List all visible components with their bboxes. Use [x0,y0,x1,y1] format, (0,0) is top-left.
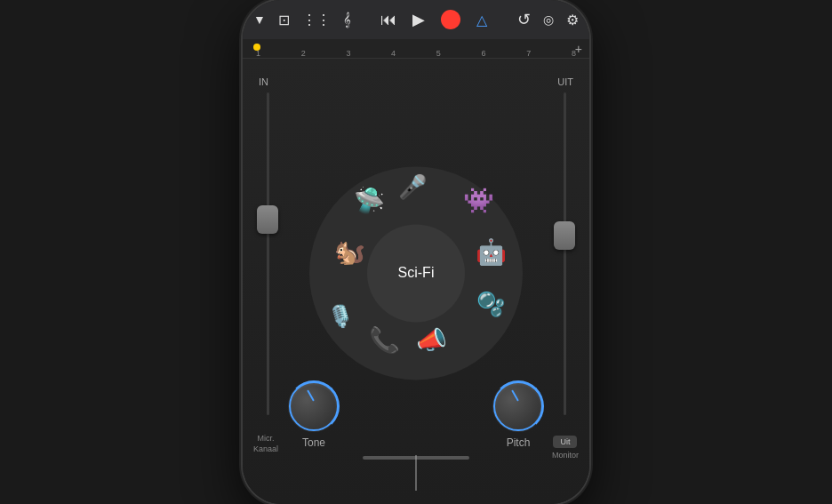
ruler: 1 2 3 4 5 6 7 8 [243,39,589,58]
kanaal-label: Kanaal [253,444,278,455]
screen: ▼ ⊡ ⋮⋮ 𝄞 ⏮ ▶ △ ↺ ◎ ⚙ 1 2 [243,0,589,504]
wheel-center[interactable]: Sci-Fi [367,224,465,322]
voice-effect-monster[interactable]: 👾 [463,186,494,215]
toolbar-center: ⏮ ▶ △ [380,10,487,29]
slider-track-left [267,92,269,415]
slider-thumb-left[interactable] [257,205,278,234]
rewind-icon[interactable]: ⏮ [380,11,396,29]
tone-knob[interactable] [289,381,339,431]
voice-effect-robot[interactable]: 🤖 [476,237,507,267]
uit-label: UIT [557,76,573,87]
tone-label: Tone [302,436,325,449]
voice-effect-megaphone[interactable]: 📣 [416,325,447,355]
dropdown-icon[interactable]: ▼ [253,12,266,27]
tone-knob-arc [288,380,340,432]
pitch-knob-arc [492,380,544,432]
toolbar-left: ▼ ⊡ ⋮⋮ 𝄞 [253,12,351,28]
settings-icon[interactable]: ⚙ [566,12,579,28]
monitor-button[interactable]: Uit Monitor [552,436,579,460]
voice-effect-phone[interactable]: 📞 [369,325,400,355]
wheel-outer[interactable]: 🛸 🎤 👾 🤖 🫧 📣 📞 🎙️ 🐿️ [309,166,523,380]
record-button[interactable] [441,10,460,29]
voice-effect-wheel[interactable]: 🛸 🎤 👾 🤖 🫧 📣 📞 🎙️ 🐿️ [309,166,523,380]
loop-icon[interactable]: △ [476,12,487,28]
main-content: IN UIT [243,59,589,504]
voice-effect-ufo[interactable]: 🛸 [354,186,385,215]
micr-kanaal-label: Micr. Kanaal [253,433,278,455]
play-icon[interactable]: ▶ [412,10,425,29]
tuner-icon[interactable]: 𝄞 [343,12,351,28]
ruler-num-4: 4 [391,49,396,58]
ruler-num-1: 1 [256,49,260,58]
slider-track-right [564,92,566,415]
in-label: IN [259,76,268,87]
ruler-num-6: 6 [482,49,486,58]
micr-label: Micr. [253,433,278,444]
ruler-num-2: 2 [301,49,306,58]
ruler-num-5: 5 [436,49,441,58]
metronome-icon[interactable]: ◎ [543,12,554,27]
toolbar-right: ↺ ◎ ⚙ [517,10,579,29]
timeline-ruler: 1 2 3 4 5 6 7 8 + [243,39,589,59]
selected-effect-label: Sci-Fi [398,265,435,281]
voice-effect-squirrel[interactable]: 🐿️ [334,237,365,267]
pitch-label: Pitch [507,436,531,449]
input-volume-slider[interactable] [257,92,278,415]
add-track-button[interactable]: + [575,42,582,56]
voice-effect-bubble[interactable]: 🫧 [476,291,505,318]
bottom-pointer [416,455,417,491]
voice-effect-microphone[interactable]: 🎤 [398,173,427,201]
undo-icon[interactable]: ↺ [517,10,531,29]
ruler-numbers: 1 2 3 4 5 6 7 8 [252,49,580,58]
monitor-label: Monitor [552,451,579,460]
ruler-num-7: 7 [526,49,531,58]
monitor-status-badge[interactable]: Uit [553,436,577,448]
voice-effect-microphone2[interactable]: 🎙️ [327,304,354,329]
output-volume-slider[interactable] [554,92,575,415]
track-view-icon[interactable]: ⊡ [278,12,290,28]
mix-icon[interactable]: ⋮⋮ [302,12,331,28]
tone-knob-container: Tone [289,381,339,449]
ruler-num-3: 3 [346,49,350,58]
pitch-knob[interactable] [493,381,543,431]
phone-frame: ▼ ⊡ ⋮⋮ 𝄞 ⏮ ▶ △ ↺ ◎ ⚙ 1 2 [243,0,589,504]
slider-thumb-right[interactable] [554,221,575,250]
pitch-knob-container: Pitch [493,381,543,449]
toolbar: ▼ ⊡ ⋮⋮ 𝄞 ⏮ ▶ △ ↺ ◎ ⚙ [243,0,589,39]
